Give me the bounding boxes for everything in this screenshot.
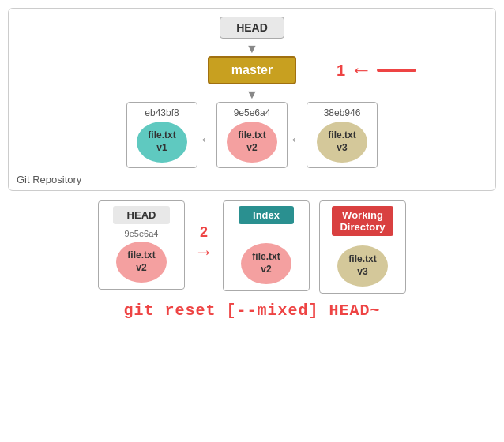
section-index: Index file.txt v2: [223, 200, 310, 291]
bottom-section: HEAD 9e5e6a4 file.txt v2 2 → Index file.…: [8, 200, 496, 320]
blob-v2-top: file.txt v2: [227, 122, 277, 163]
boxes-row: HEAD 9e5e6a4 file.txt v2 2 → Index file.…: [8, 200, 496, 294]
label-1-group: 1 ←: [337, 59, 416, 81]
commit-box-eb43bf8: eb43bf8 file.txt v1: [126, 102, 197, 168]
blob-v2-head: file.txt v2: [116, 242, 167, 283]
index-section-header: Index: [239, 206, 294, 224]
head-commit-id: 9e5e6a4: [125, 229, 159, 238]
commit-id-2: 9e5e6a4: [234, 107, 271, 118]
blob-v1: file.txt v1: [137, 122, 187, 163]
master-row: master 1 ←: [17, 56, 487, 84]
arrow-right-to-center: ←: [289, 122, 305, 148]
red-arrow-line: [377, 69, 416, 72]
blob-v3-top: file.txt v3: [317, 122, 367, 163]
head-to-master-arrow: ▼: [17, 42, 487, 56]
master-box: master: [208, 56, 296, 84]
red-left-arrow-icon: ←: [350, 59, 372, 81]
blob-v3-working: file.txt v3: [337, 245, 388, 287]
section-working: Working Directory file.txt v3: [319, 200, 406, 294]
commit-box-9e5e6a4: 9e5e6a4 file.txt v2: [216, 102, 288, 168]
commit-id-3: 38eb946: [324, 107, 361, 118]
arrow-2-container: 2 →: [194, 200, 213, 263]
git-repository-section: HEAD ▼ master 1 ← ▼ eb43bf8 file.txt v1: [8, 8, 496, 191]
red-right-arrow-icon: →: [194, 241, 213, 263]
blob-v2-index: file.txt v2: [241, 243, 291, 284]
head-box: HEAD: [220, 17, 284, 39]
master-to-commits-arrow: ▼: [17, 88, 487, 102]
git-reset-label: git reset [--mixed] HEAD~: [123, 302, 380, 320]
number-2-badge: 2: [200, 224, 208, 241]
repo-label: Git Repository: [17, 174, 81, 185]
commit-row: eb43bf8 file.txt v1 ← 9e5e6a4 file.txt v…: [17, 102, 487, 168]
working-section-header: Working Directory: [332, 206, 393, 236]
arrow-center-to-left: ←: [199, 122, 215, 148]
main-container: HEAD ▼ master 1 ← ▼ eb43bf8 file.txt v1: [0, 0, 504, 442]
section-head: HEAD 9e5e6a4 file.txt v2: [98, 200, 185, 290]
number-1-badge: 1: [337, 62, 345, 80]
commit-id-1: eb43bf8: [145, 107, 179, 118]
commit-box-38eb946: 38eb946 file.txt v3: [307, 102, 378, 168]
head-section-header: HEAD: [113, 206, 171, 224]
head-row: HEAD: [17, 17, 487, 39]
